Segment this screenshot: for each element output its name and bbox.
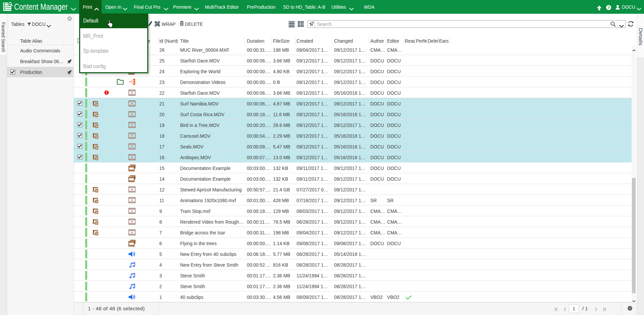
svg-text:?: ? <box>607 6 610 10</box>
